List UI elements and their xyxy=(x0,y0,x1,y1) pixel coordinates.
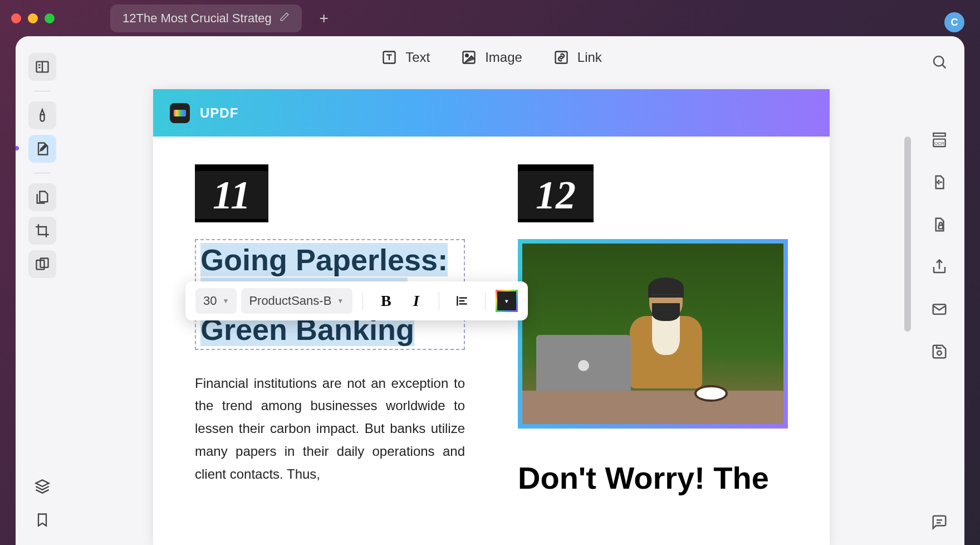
font-size-select[interactable]: 30 ▼ xyxy=(195,288,237,314)
ocr-button[interactable]: OCR xyxy=(928,128,951,152)
italic-button[interactable]: I xyxy=(403,288,429,314)
photo-man-laptop xyxy=(522,244,783,424)
toolbar-divider xyxy=(485,292,486,310)
pencil-icon xyxy=(280,12,290,25)
section-number: 11 xyxy=(195,171,268,219)
text-tool-button[interactable]: Text xyxy=(381,49,430,66)
text-tool-label: Text xyxy=(405,50,430,65)
convert-button[interactable] xyxy=(928,171,951,194)
svg-rect-10 xyxy=(555,51,567,63)
brand-text: UPDF xyxy=(200,105,238,121)
left-column: 11 Going Paperless: A Step Toward Green … xyxy=(195,164,465,495)
image-tool-button[interactable]: Image xyxy=(460,49,522,66)
crop-button[interactable] xyxy=(28,217,56,245)
search-button[interactable] xyxy=(928,50,951,74)
svg-rect-19 xyxy=(939,225,943,228)
photo-frame xyxy=(518,239,788,429)
protect-button[interactable] xyxy=(928,213,951,236)
heading-right: Don't Worry! The xyxy=(518,462,788,495)
save-button[interactable] xyxy=(928,340,951,363)
email-button[interactable] xyxy=(928,298,951,321)
active-indicator-dot xyxy=(16,146,19,150)
align-button[interactable] xyxy=(449,288,475,314)
minimize-window-button[interactable] xyxy=(28,13,38,23)
text-icon xyxy=(381,49,398,66)
chevron-down-icon: ▾ xyxy=(505,298,508,305)
page-header-banner: UPDF xyxy=(153,89,830,137)
app-window: Text Image Link UPDF xyxy=(16,36,964,545)
chevron-down-icon: ▼ xyxy=(222,297,229,305)
toolbar-divider xyxy=(439,292,439,310)
section-number-block: 12 xyxy=(518,164,594,222)
link-tool-label: Link xyxy=(577,50,602,65)
right-sidebar: OCR xyxy=(914,36,964,545)
highlighter-button[interactable] xyxy=(28,101,56,129)
compare-pages-button[interactable] xyxy=(28,250,56,278)
document-tab[interactable]: 12The Most Crucial Strateg xyxy=(110,4,302,32)
updf-logo-icon xyxy=(170,103,190,123)
svg-text:OCR: OCR xyxy=(934,141,944,146)
avatar-initial: C xyxy=(951,17,958,28)
image-tool-label: Image xyxy=(485,50,522,65)
link-icon xyxy=(553,49,570,66)
chevron-down-icon: ▼ xyxy=(337,297,344,305)
section-number-block: 11 xyxy=(195,164,268,222)
font-size-value: 30 xyxy=(203,294,217,308)
heading-line: Going Paperless: xyxy=(200,243,448,276)
laptop-graphic xyxy=(536,335,631,396)
svg-point-9 xyxy=(465,54,468,57)
right-column: 12 xyxy=(518,164,788,495)
layers-button[interactable] xyxy=(28,473,56,500)
center-area: Text Image Link UPDF xyxy=(68,36,914,545)
left-sidebar xyxy=(16,36,68,545)
svg-marker-6 xyxy=(36,480,48,486)
toolbar-divider xyxy=(362,292,363,310)
tab-label: 12The Most Crucial Strateg xyxy=(122,11,272,26)
link-tool-button[interactable]: Link xyxy=(553,49,602,66)
close-window-button[interactable] xyxy=(11,13,21,23)
new-tab-button[interactable]: + xyxy=(313,9,335,27)
edit-toolbar: Text Image Link xyxy=(68,36,914,78)
edit-text-button[interactable] xyxy=(28,135,56,163)
svg-point-15 xyxy=(934,56,944,66)
organize-pages-button[interactable] xyxy=(28,183,56,211)
image-icon xyxy=(460,49,477,66)
text-format-toolbar: 30 ▼ ProductSans-B ▼ B I ▾ xyxy=(185,281,528,320)
avatar[interactable]: C xyxy=(944,12,964,32)
maximize-window-button[interactable] xyxy=(45,13,55,23)
scrollbar-thumb[interactable] xyxy=(904,137,911,332)
section-number: 12 xyxy=(518,171,594,219)
window-titlebar: 12The Most Crucial Strateg + C xyxy=(0,0,980,36)
svg-point-22 xyxy=(937,351,942,356)
text-color-button[interactable]: ▾ xyxy=(496,290,518,312)
tab-bar: 12The Most Crucial Strateg + xyxy=(110,4,335,32)
bold-button[interactable]: B xyxy=(373,288,399,314)
sidebar-divider xyxy=(34,173,51,173)
body-paragraph: Financial institutions are not an except… xyxy=(195,372,465,486)
svg-line-16 xyxy=(942,65,945,68)
share-button[interactable] xyxy=(928,255,951,279)
bookmark-button[interactable] xyxy=(28,506,56,534)
font-family-value: ProductSans-B xyxy=(249,294,331,308)
traffic-lights xyxy=(11,13,55,23)
sidebar-divider xyxy=(34,91,51,91)
reader-mode-button[interactable] xyxy=(28,53,56,81)
font-family-select[interactable]: ProductSans-B ▼ xyxy=(241,288,352,314)
comment-button[interactable] xyxy=(928,510,951,534)
